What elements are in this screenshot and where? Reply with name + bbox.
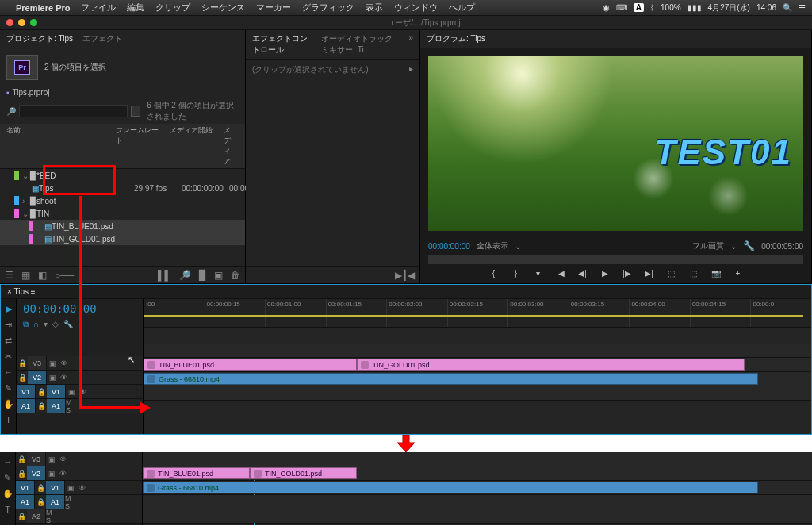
app-indicator-icon[interactable]: A [634, 3, 644, 12]
tab-effects[interactable]: エフェクト [82, 33, 122, 44]
clip-tin-gold-after[interactable]: TIN_GOLD01.psd [250, 467, 357, 479]
track-header-a2[interactable]: A2 [27, 509, 46, 523]
lock-v3-icon[interactable]: 🔒 [17, 356, 28, 370]
step-fwd-button[interactable]: |▶ [620, 269, 634, 280]
source-v1[interactable]: V1 [17, 385, 36, 398]
tab-program[interactable]: プログラム: Tips [427, 33, 485, 44]
menu-view[interactable]: 表示 [366, 2, 383, 13]
new-item-icon[interactable]: ▣ [214, 270, 223, 281]
ripple-tool-icon[interactable]: ⇄ [3, 336, 14, 347]
menu-sequence[interactable]: シーケンス [201, 2, 245, 13]
play-button[interactable]: ▶ [598, 269, 612, 280]
razor-tool-icon[interactable]: ✂ [3, 351, 14, 363]
program-tc-left[interactable]: 00:00:00:00 [428, 242, 470, 251]
slip-tool-icon[interactable]: ↔ [3, 367, 14, 378]
toggle-v2-icon[interactable]: ▣ [47, 371, 58, 384]
slip-tool-icon[interactable]: ↔ [2, 457, 13, 468]
close-icon[interactable] [6, 19, 13, 26]
type-tool-icon[interactable]: T [2, 505, 13, 516]
clip-grass[interactable]: Grass - 66810.mp4 [144, 373, 758, 385]
lock-v2-icon[interactable]: 🔒 [17, 371, 28, 384]
track-header-v1[interactable]: V1 [46, 481, 65, 494]
button-editor-button[interactable]: + [731, 269, 745, 280]
track-header-a1[interactable]: A1 [47, 399, 66, 413]
trash-icon[interactable]: 🗑 [231, 270, 240, 281]
freeform-view-icon[interactable]: ◧ [38, 270, 47, 281]
panel-menu-icon[interactable]: » [408, 33, 413, 56]
menu-clip[interactable]: クリップ [155, 2, 190, 13]
bin-view-button[interactable] [131, 106, 140, 117]
clip-grass-after[interactable]: Grass - 66810.mp4 [143, 482, 758, 493]
mute-a1-icon[interactable]: M S [66, 399, 77, 413]
lock-v3-icon[interactable]: 🔒 [16, 452, 27, 466]
track-header-v3[interactable]: V3 [28, 356, 47, 370]
project-tree[interactable]: ⌄ ▉ *EED ▦ Tips 29.97 fps 00:00:00:00 00… [0, 169, 245, 266]
app-name[interactable]: Premiere Pro [16, 3, 70, 13]
toggle-v3-icon[interactable]: ▣ [47, 356, 58, 370]
settings-opt-icon[interactable]: ◇ [52, 320, 59, 329]
toggle-v1-icon[interactable]: ▣ [66, 385, 77, 398]
go-in-button[interactable]: |◀ [553, 269, 568, 280]
source-a1[interactable]: A1 [17, 399, 36, 413]
menu-help[interactable]: ヘルプ [449, 2, 475, 13]
step-back-button[interactable]: ◀| [576, 269, 590, 280]
tree-folder-shoot[interactable]: › ▉ shoot [0, 194, 245, 207]
track-v2-lane[interactable]: TIN_BLUE01.psd TIN_GOLD01.psd [144, 358, 811, 371]
quality-dropdown[interactable]: フル画質 [692, 240, 724, 251]
wifi-icon[interactable]: ⧙ [650, 3, 654, 12]
go-out-button[interactable]: ▶| [642, 269, 657, 280]
menubar-time[interactable]: 14:06 [756, 3, 776, 12]
clip-tin-blue[interactable]: TIN_BLUE01.psd [144, 359, 357, 371]
hand-tool-icon[interactable]: ✋ [2, 489, 13, 500]
tree-item-tin-gold[interactable]: ▤ TIN_GOLD01.psd [0, 232, 245, 245]
work-area-bar[interactable] [144, 315, 803, 317]
menu-edit[interactable]: 編集 [127, 2, 144, 13]
track-v3-lane[interactable] [144, 344, 811, 357]
tree-sequence-tips[interactable]: ▦ Tips 29.97 fps 00:00:00:00 00:00:0 [0, 182, 245, 194]
project-column-headers[interactable]: 名前 フレームレート メディア開始 メディア [0, 124, 245, 169]
program-viewer[interactable]: TEST01 [428, 56, 803, 231]
active-sequence-tab[interactable]: × Tips ≡ [7, 287, 36, 296]
new-bin-icon[interactable]: ▉ [199, 270, 206, 281]
mark-out-button[interactable]: } [509, 269, 523, 280]
menubar-date[interactable]: 4月27日(水) [708, 2, 750, 13]
wrench-icon[interactable]: 🔧 [743, 240, 755, 251]
tree-folder-feed[interactable]: ⌄ ▉ *EED [0, 169, 245, 182]
pen-tool-icon[interactable]: ✎ [2, 473, 13, 484]
hand-tool-icon[interactable]: ✋ [3, 399, 14, 410]
track-header-v2[interactable]: V2 [27, 466, 46, 480]
tab-audio-mixer[interactable]: オーディオトラックミキサー: Ti [321, 33, 399, 56]
tree-folder-tin[interactable]: ⌄ ▉ TIN [0, 207, 245, 220]
notification-icon[interactable]: ☰ [799, 3, 806, 12]
timeline-tracks[interactable]: :00 00:00:00:15 00:00:01:00 00:00:01:15 … [144, 299, 811, 434]
lock-a1-icon[interactable]: 🔒 [36, 399, 47, 413]
snap-icon[interactable]: ⧉ [23, 320, 29, 329]
track-a1-lane[interactable] [144, 386, 811, 400]
wrench-opt-icon[interactable]: 🔧 [63, 320, 73, 329]
icon-view-icon[interactable]: ▦ [21, 270, 30, 281]
zoom-slider[interactable]: ○── [55, 270, 74, 281]
cc-icon[interactable]: ◉ [603, 3, 610, 12]
track-header-a1[interactable]: A1 [46, 495, 65, 509]
marker-opt-icon[interactable]: ▾ [44, 320, 48, 329]
track-select-tool-icon[interactable]: ⇥ [3, 320, 14, 331]
zoom-icon[interactable] [30, 19, 37, 26]
keyboard-icon[interactable]: ⌨ [616, 3, 627, 12]
selection-tool-icon[interactable]: ▶ [3, 304, 14, 315]
lock-v1-icon[interactable]: 🔒 [36, 385, 47, 398]
tab-project[interactable]: プロジェクト: Tips [6, 33, 73, 44]
effect-timeline-toggle-icon[interactable]: ▸ [409, 64, 413, 73]
tab-effect-controls[interactable]: エフェクトコントロール [252, 33, 312, 56]
clip-tin-blue-after[interactable]: TIN_BLUE01.psd [143, 467, 250, 479]
col-media[interactable]: メディア [224, 125, 232, 167]
export-frame-button[interactable]: 📷 [709, 269, 723, 280]
menu-graphic[interactable]: グラフィック [302, 2, 354, 13]
linked-selection-icon[interactable]: ∩ [33, 320, 39, 329]
minimize-icon[interactable] [18, 19, 25, 26]
mark-in-button[interactable]: { [487, 269, 501, 280]
col-mediastart[interactable]: メディア開始 [170, 125, 217, 167]
col-fps[interactable]: フレームレート [116, 125, 163, 167]
menu-marker[interactable]: マーカー [256, 2, 291, 13]
program-scrubber[interactable] [428, 255, 803, 264]
extract-button[interactable]: ⬚ [687, 269, 701, 280]
